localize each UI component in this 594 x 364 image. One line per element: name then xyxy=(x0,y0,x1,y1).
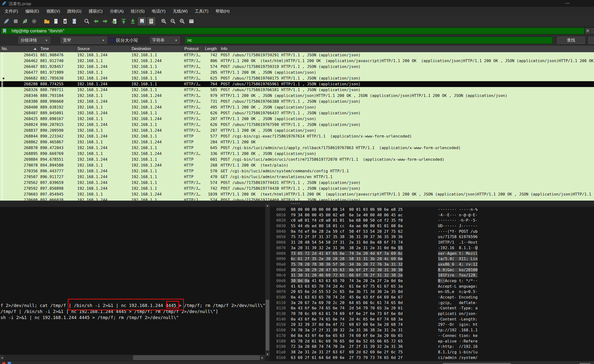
scroll-right-icon[interactable]: ► xyxy=(260,355,264,361)
hex-row[interactable]: 016074 70 3a 2f 2f 31 39 32 2e 31 36 38 … xyxy=(270,328,594,333)
packet-row[interactable]: 266477881.971989192.168.1.1192.168.1.244… xyxy=(0,70,594,75)
go-first-icon[interactable] xyxy=(120,17,128,25)
case-sensitive-checkbox[interactable] xyxy=(110,38,114,42)
menu-视图V[interactable]: 视图(V) xyxy=(43,7,64,15)
packet-row[interactable]: 268380888.996660192.168.1.244192.168.1.1… xyxy=(0,99,594,104)
hex-row[interactable]: 01200a 43 6f 6e 74 65 6e 74 2d 54 79 70 … xyxy=(270,306,594,311)
packet-row[interactable]: 268824890.207015192.168.1.244192.168.1.1… xyxy=(0,122,594,128)
menu-工具T[interactable]: 工具(T) xyxy=(191,7,212,15)
column-header-destination[interactable]: Destination xyxy=(130,45,183,52)
hex-row[interactable]: 0020c0 a8 01 f4 c0 a8 01 01 ba 68 00 50 … xyxy=(270,218,594,223)
hex-row[interactable]: 00a075 78 20 78 38 36 5f 36 34 3b 20 72 … xyxy=(270,262,594,267)
column-header-info[interactable]: Info xyxy=(219,45,594,52)
display-filter-input[interactable]: http||http contains "/bin/sh" xyxy=(1,28,584,34)
packet-row[interactable]: 270562897.039659192.168.1.244192.168.1.1… xyxy=(0,180,594,186)
packet-row[interactable]: 266682882.785630192.168.1.244192.168.1.1… xyxy=(0,75,594,81)
hex-row[interactable]: 00e041 63 63 65 70 74 2d 4c 61 6e 67 75 … xyxy=(270,284,594,289)
packet-row[interactable]: 270608897.066838192.168.1.244192.168.1.1… xyxy=(0,197,594,201)
hex-bytes-pane[interactable]: 000008 00 00 00 00 00 00 14 00 01 03 06 … xyxy=(270,207,594,361)
restart-capture-icon[interactable] xyxy=(21,17,29,25)
menu-帮助H[interactable]: 帮助(H) xyxy=(212,7,233,15)
column-header-protocol[interactable]: Protocol xyxy=(183,45,203,52)
packet-row[interactable]: 268862890.465867192.168.1.1192.168.1.244… xyxy=(0,139,594,145)
menu-文件F[interactable]: 文件(F) xyxy=(1,7,22,15)
scroll-left-icon[interactable]: ◄ xyxy=(0,355,4,361)
column-header-time[interactable]: Time xyxy=(39,45,76,52)
zoom-in-icon[interactable] xyxy=(160,17,168,25)
hex-row[interactable]: 01400a 43 6f 6e 74 65 6e 74 2d 4c 65 6e … xyxy=(270,317,594,322)
expert-info-icon[interactable] xyxy=(2,362,6,364)
hex-row[interactable]: 00b038 2e 30 29 20 47 65 63 6b 6f 2f 32 … xyxy=(270,267,594,273)
capture-comment-icon[interactable] xyxy=(8,362,11,364)
find-scope-select[interactable]: 分组详情▼ xyxy=(18,37,50,44)
hex-row[interactable]: 00d030 0d 0a 41 63 63 65 70 74 3a 20 2a … xyxy=(270,278,594,284)
packet-row[interactable]: 268895890.669769192.168.1.1192.168.1.244… xyxy=(0,151,594,157)
packet-row[interactable]: 266467881.928457192.168.1.244192.168.1.1… xyxy=(0,64,594,70)
hex-row[interactable]: 01700d 0a 43 6f 6e 6e 65 63 74 69 6f 6e … xyxy=(270,333,594,339)
hex-row[interactable]: 018065 70 2d 61 6c 69 76 65 0d 0a 52 65 … xyxy=(270,339,594,344)
hex-row[interactable]: 013070 70 6c 69 63 61 74 69 6f 6e 2f 6a … xyxy=(270,311,594,317)
packet-row[interactable]: 270078894.894580192.168.1.1192.168.1.244… xyxy=(0,162,594,168)
zoom-original-icon[interactable] xyxy=(178,17,186,25)
hex-row[interactable]: 0010f9 34 00 00 45 00 02 e8 6e 1e 40 00 … xyxy=(270,212,594,218)
hex-row[interactable]: 00f020 65 6e 2d 55 53 2c 65 6e 3b 71 3d … xyxy=(270,289,594,295)
find-input[interactable]: nc xyxy=(185,37,552,44)
filter-bookmark-icon[interactable] xyxy=(1,28,8,34)
hex-row[interactable]: 008073 65 72 2d 41 67 65 6e 74 3a 20 4d … xyxy=(270,251,594,256)
column-header-source[interactable]: Source xyxy=(76,45,130,52)
packet-row[interactable]: 270356896.443777192.168.1.244192.168.1.1… xyxy=(0,168,594,174)
find-packet-icon[interactable] xyxy=(83,17,91,25)
open-file-icon[interactable] xyxy=(43,17,51,25)
find-button[interactable]: 查找 xyxy=(557,37,585,44)
filter-apply-button[interactable] xyxy=(591,28,594,34)
hex-row[interactable]: 01b063 69 2f 61 64 6d 69 6e 2f 73 79 73 … xyxy=(270,355,594,361)
packet-row[interactable]: 270507896.911727192.168.1.244192.168.1.1… xyxy=(0,174,594,180)
detail-horizontal-scrollbar[interactable]: ◄ ► xyxy=(0,355,265,361)
packet-row[interactable]: 266451881.908476192.168.1.244192.168.1.1… xyxy=(0,52,594,58)
menu-捕获C[interactable]: 捕获(C) xyxy=(85,7,106,15)
start-capture-icon[interactable] xyxy=(3,17,10,25)
packet-row[interactable]: 268870890.472043192.168.1.244192.168.1.1… xyxy=(0,145,594,151)
packet-row[interactable]: 268326888.789711192.168.1.244192.168.1.1… xyxy=(0,87,594,93)
packet-row-selected[interactable]: →268288888.774255192.168.1.244192.168.1.… xyxy=(0,81,594,87)
cancel-button-partial[interactable] xyxy=(588,37,594,44)
menu-无线W[interactable]: 无线(W) xyxy=(169,7,191,15)
scroll-down-icon[interactable]: ▼ xyxy=(265,352,270,356)
packet-row[interactable]: 268346888.793184192.168.1.1192.168.1.244… xyxy=(0,93,594,99)
packet-row[interactable]: 270603897.054945192.168.1.1192.168.1.244… xyxy=(0,191,594,197)
minimize-button[interactable]: — xyxy=(564,0,571,6)
go-last-icon[interactable] xyxy=(129,17,137,25)
capture-options-icon[interactable] xyxy=(30,17,38,25)
packet-row[interactable]: 268400889.038192192.168.1.1192.168.1.244… xyxy=(0,104,594,110)
hex-row[interactable]: 00703a 20 31 39 32 2e 31 36 38 2e 31 2e … xyxy=(270,245,594,251)
detail-vertical-scrollbar[interactable]: ▲ ▼ xyxy=(265,204,270,356)
packet-row[interactable]: 266462881.912740192.168.1.1192.168.1.244… xyxy=(0,58,594,64)
zoom-out-icon[interactable] xyxy=(169,17,177,25)
filter-clear-button[interactable]: ✕ xyxy=(585,28,590,34)
scrollbar-thumb[interactable] xyxy=(133,355,260,360)
hex-row[interactable]: 01103a 20 67 7a 69 70 2c 20 64 65 66 6c … xyxy=(270,300,594,306)
pane-splitter[interactable] xyxy=(0,201,594,207)
scroll-up-icon[interactable]: ▲ xyxy=(265,204,270,207)
packet-row[interactable]: 270592897.050898192.168.1.244192.168.1.1… xyxy=(0,186,594,191)
menu-编辑E[interactable]: 编辑(E) xyxy=(22,7,43,15)
save-file-icon[interactable] xyxy=(52,17,60,25)
column-header-no[interactable]: No. xyxy=(0,45,39,52)
hex-row[interactable]: 019072 3a 20 68 74 74 70 3a 2f 2f 31 39 … xyxy=(270,344,594,349)
column-header-length[interactable]: Length xyxy=(203,45,219,52)
hex-row[interactable]: 00906c 61 2f 35 2e 30 20 28 58 31 31 3b … xyxy=(270,256,594,262)
hex-row[interactable]: 000008 00 00 00 00 00 00 14 00 01 03 06 … xyxy=(270,207,594,212)
hex-row[interactable]: 00409a fd ef 8a 28 2a 59 cf 50 4f 53 54 … xyxy=(270,229,594,234)
packet-row[interactable]: 268837890.209590192.168.1.1192.168.1.244… xyxy=(0,128,594,133)
hex-row[interactable]: 01000a 41 63 63 65 70 74 2d 45 6e 63 6f … xyxy=(270,295,594,300)
go-forward-icon[interactable] xyxy=(101,17,109,25)
packet-row[interactable]: 268844890.223342192.168.1.244192.168.1.1… xyxy=(0,133,594,139)
auto-scroll-icon[interactable] xyxy=(138,17,146,25)
find-type-select[interactable]: 字符串▼ xyxy=(150,37,180,44)
colorize-icon[interactable] xyxy=(147,17,155,25)
menu-统计S[interactable]: 统计(S) xyxy=(127,7,148,15)
resize-columns-icon[interactable] xyxy=(188,17,195,25)
packet-row[interactable]: 268425889.090167192.168.1.1192.168.1.244… xyxy=(0,116,594,122)
go-to-packet-icon[interactable] xyxy=(111,17,118,25)
hex-row[interactable]: 00c031 30 31 20 46 69 72 65 66 6f 78 2f … xyxy=(270,273,594,278)
